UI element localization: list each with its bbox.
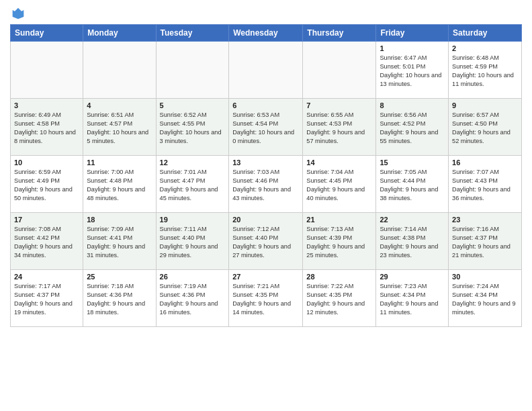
week-row-0: 1Sunrise: 6:47 AM Sunset: 5:01 PM Daylig… bbox=[11, 42, 522, 99]
header-saturday: Saturday bbox=[449, 25, 522, 42]
day-info: Sunrise: 6:51 AM Sunset: 4:57 PM Dayligh… bbox=[87, 111, 152, 146]
day-number: 17 bbox=[14, 216, 79, 224]
day-info: Sunrise: 7:01 AM Sunset: 4:47 PM Dayligh… bbox=[160, 168, 226, 203]
header-wednesday: Wednesday bbox=[229, 25, 303, 42]
day-info: Sunrise: 7:12 AM Sunset: 4:40 PM Dayligh… bbox=[232, 225, 299, 260]
day-info: Sunrise: 7:23 AM Sunset: 4:34 PM Dayligh… bbox=[380, 282, 445, 317]
day-number: 27 bbox=[232, 273, 299, 281]
day-number: 18 bbox=[87, 216, 152, 224]
day-info: Sunrise: 7:17 AM Sunset: 4:37 PM Dayligh… bbox=[14, 282, 79, 317]
calendar-cell: 29Sunrise: 7:23 AM Sunset: 4:34 PM Dayli… bbox=[376, 270, 449, 327]
day-info: Sunrise: 6:49 AM Sunset: 4:58 PM Dayligh… bbox=[14, 111, 79, 146]
calendar-cell: 24Sunrise: 7:17 AM Sunset: 4:37 PM Dayli… bbox=[11, 270, 83, 327]
day-info: Sunrise: 7:18 AM Sunset: 4:36 PM Dayligh… bbox=[87, 282, 152, 317]
calendar-cell: 25Sunrise: 7:18 AM Sunset: 4:36 PM Dayli… bbox=[83, 270, 156, 327]
day-info: Sunrise: 7:05 AM Sunset: 4:44 PM Dayligh… bbox=[380, 168, 445, 203]
header-thursday: Thursday bbox=[303, 25, 376, 42]
day-info: Sunrise: 7:14 AM Sunset: 4:38 PM Dayligh… bbox=[380, 225, 445, 260]
calendar-cell: 27Sunrise: 7:21 AM Sunset: 4:35 PM Dayli… bbox=[229, 270, 303, 327]
day-number: 13 bbox=[232, 158, 299, 167]
calendar-cell: 8Sunrise: 6:56 AM Sunset: 4:52 PM Daylig… bbox=[376, 99, 449, 156]
day-info: Sunrise: 7:07 AM Sunset: 4:43 PM Dayligh… bbox=[452, 168, 518, 203]
day-number: 29 bbox=[380, 273, 445, 281]
day-number: 24 bbox=[14, 273, 79, 281]
calendar-cell: 19Sunrise: 7:11 AM Sunset: 4:40 PM Dayli… bbox=[156, 213, 229, 270]
day-number: 11 bbox=[87, 158, 152, 167]
weekday-header-row: Sunday Monday Tuesday Wednesday Thursday… bbox=[11, 25, 522, 42]
calendar-cell: 18Sunrise: 7:09 AM Sunset: 4:41 PM Dayli… bbox=[83, 213, 156, 270]
week-row-4: 24Sunrise: 7:17 AM Sunset: 4:37 PM Dayli… bbox=[11, 270, 522, 327]
calendar-cell: 5Sunrise: 6:52 AM Sunset: 4:55 PM Daylig… bbox=[156, 99, 229, 156]
calendar-cell: 23Sunrise: 7:16 AM Sunset: 4:37 PM Dayli… bbox=[449, 213, 522, 270]
calendar-cell: 17Sunrise: 7:08 AM Sunset: 4:42 PM Dayli… bbox=[11, 213, 83, 270]
calendar-cell: 13Sunrise: 7:03 AM Sunset: 4:46 PM Dayli… bbox=[229, 156, 303, 213]
header bbox=[10, 7, 522, 20]
calendar-cell: 7Sunrise: 6:55 AM Sunset: 4:53 PM Daylig… bbox=[303, 99, 376, 156]
page: Sunday Monday Tuesday Wednesday Thursday… bbox=[0, 0, 532, 411]
calendar-cell: 10Sunrise: 6:59 AM Sunset: 4:49 PM Dayli… bbox=[11, 156, 83, 213]
header-sunday: Sunday bbox=[11, 25, 83, 42]
calendar-cell: 6Sunrise: 6:53 AM Sunset: 4:54 PM Daylig… bbox=[229, 99, 303, 156]
day-number: 28 bbox=[306, 273, 372, 281]
day-info: Sunrise: 7:03 AM Sunset: 4:46 PM Dayligh… bbox=[232, 168, 299, 203]
calendar-cell: 20Sunrise: 7:12 AM Sunset: 4:40 PM Dayli… bbox=[229, 213, 303, 270]
day-number: 16 bbox=[452, 158, 518, 167]
day-number: 5 bbox=[160, 101, 226, 109]
calendar-cell: 26Sunrise: 7:19 AM Sunset: 4:36 PM Dayli… bbox=[156, 270, 229, 327]
day-number: 12 bbox=[160, 158, 226, 167]
day-info: Sunrise: 7:04 AM Sunset: 4:45 PM Dayligh… bbox=[306, 168, 372, 203]
day-number: 15 bbox=[380, 158, 445, 167]
day-info: Sunrise: 7:08 AM Sunset: 4:42 PM Dayligh… bbox=[14, 225, 79, 260]
calendar-cell: 4Sunrise: 6:51 AM Sunset: 4:57 PM Daylig… bbox=[83, 99, 156, 156]
day-number: 22 bbox=[380, 216, 445, 224]
logo-icon bbox=[11, 7, 25, 20]
day-info: Sunrise: 6:57 AM Sunset: 4:50 PM Dayligh… bbox=[452, 111, 518, 146]
calendar-cell: 2Sunrise: 6:48 AM Sunset: 4:59 PM Daylig… bbox=[449, 42, 522, 99]
day-number: 3 bbox=[14, 101, 79, 109]
calendar-cell: 11Sunrise: 7:00 AM Sunset: 4:48 PM Dayli… bbox=[83, 156, 156, 213]
week-row-2: 10Sunrise: 6:59 AM Sunset: 4:49 PM Dayli… bbox=[11, 156, 522, 213]
day-info: Sunrise: 6:48 AM Sunset: 4:59 PM Dayligh… bbox=[452, 54, 518, 89]
calendar-cell: 22Sunrise: 7:14 AM Sunset: 4:38 PM Dayli… bbox=[376, 213, 449, 270]
day-number: 7 bbox=[306, 101, 372, 109]
day-number: 30 bbox=[452, 273, 518, 281]
day-info: Sunrise: 7:00 AM Sunset: 4:48 PM Dayligh… bbox=[87, 168, 152, 203]
day-number: 26 bbox=[160, 273, 226, 281]
day-number: 23 bbox=[452, 216, 518, 224]
calendar-cell: 28Sunrise: 7:22 AM Sunset: 4:35 PM Dayli… bbox=[303, 270, 376, 327]
calendar-cell bbox=[11, 42, 83, 99]
header-tuesday: Tuesday bbox=[156, 25, 229, 42]
week-row-1: 3Sunrise: 6:49 AM Sunset: 4:58 PM Daylig… bbox=[11, 99, 522, 156]
calendar-cell: 14Sunrise: 7:04 AM Sunset: 4:45 PM Dayli… bbox=[303, 156, 376, 213]
day-info: Sunrise: 7:24 AM Sunset: 4:34 PM Dayligh… bbox=[452, 282, 518, 317]
day-number: 8 bbox=[380, 101, 445, 109]
day-info: Sunrise: 6:56 AM Sunset: 4:52 PM Dayligh… bbox=[380, 111, 445, 146]
day-info: Sunrise: 6:47 AM Sunset: 5:01 PM Dayligh… bbox=[380, 54, 445, 89]
day-info: Sunrise: 7:11 AM Sunset: 4:40 PM Dayligh… bbox=[160, 225, 226, 260]
day-info: Sunrise: 7:22 AM Sunset: 4:35 PM Dayligh… bbox=[306, 282, 372, 317]
logo bbox=[10, 7, 25, 20]
day-info: Sunrise: 7:19 AM Sunset: 4:36 PM Dayligh… bbox=[160, 282, 226, 317]
calendar-cell: 30Sunrise: 7:24 AM Sunset: 4:34 PM Dayli… bbox=[449, 270, 522, 327]
day-info: Sunrise: 7:21 AM Sunset: 4:35 PM Dayligh… bbox=[232, 282, 299, 317]
calendar-cell bbox=[156, 42, 229, 99]
day-number: 20 bbox=[232, 216, 299, 224]
day-number: 19 bbox=[160, 216, 226, 224]
day-info: Sunrise: 6:53 AM Sunset: 4:54 PM Dayligh… bbox=[232, 111, 299, 146]
calendar-cell: 3Sunrise: 6:49 AM Sunset: 4:58 PM Daylig… bbox=[11, 99, 83, 156]
day-info: Sunrise: 7:09 AM Sunset: 4:41 PM Dayligh… bbox=[87, 225, 152, 260]
calendar-table: Sunday Monday Tuesday Wednesday Thursday… bbox=[10, 24, 522, 327]
day-info: Sunrise: 6:52 AM Sunset: 4:55 PM Dayligh… bbox=[160, 111, 226, 146]
header-monday: Monday bbox=[83, 25, 156, 42]
day-number: 25 bbox=[87, 273, 152, 281]
day-number: 21 bbox=[306, 216, 372, 224]
day-info: Sunrise: 6:59 AM Sunset: 4:49 PM Dayligh… bbox=[14, 168, 79, 203]
day-number: 6 bbox=[232, 101, 299, 109]
header-friday: Friday bbox=[376, 25, 449, 42]
day-number: 10 bbox=[14, 158, 79, 167]
calendar-cell bbox=[229, 42, 303, 99]
day-number: 9 bbox=[452, 101, 518, 109]
calendar-cell: 21Sunrise: 7:13 AM Sunset: 4:39 PM Dayli… bbox=[303, 213, 376, 270]
day-info: Sunrise: 6:55 AM Sunset: 4:53 PM Dayligh… bbox=[306, 111, 372, 146]
calendar-cell: 9Sunrise: 6:57 AM Sunset: 4:50 PM Daylig… bbox=[449, 99, 522, 156]
